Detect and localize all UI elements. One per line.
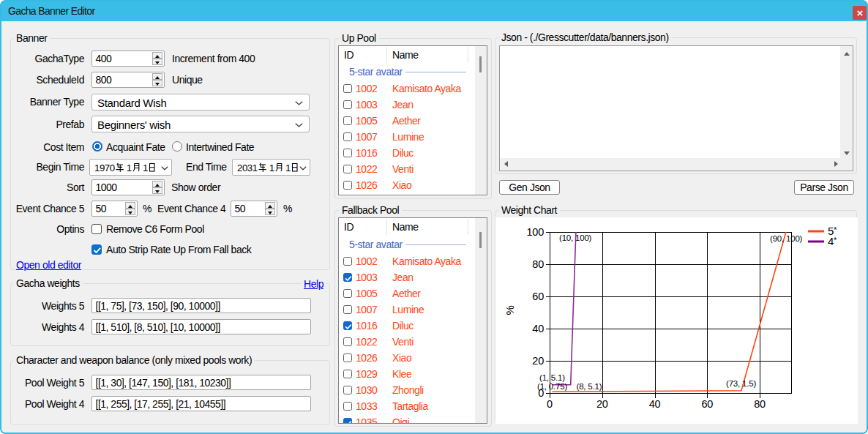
svg-text:80: 80 bbox=[532, 258, 544, 270]
svg-text:80: 80 bbox=[754, 398, 766, 410]
svg-text:(10, 100): (10, 100) bbox=[559, 233, 592, 242]
svg-text:60: 60 bbox=[532, 291, 544, 302]
svg-text:100: 100 bbox=[526, 226, 544, 238]
svg-text:20: 20 bbox=[532, 355, 544, 367]
svg-text:(1, 0.75): (1, 0.75) bbox=[537, 382, 567, 391]
svg-text:20: 20 bbox=[596, 398, 608, 410]
svg-text:0: 0 bbox=[547, 398, 553, 410]
svg-text:40: 40 bbox=[649, 398, 661, 410]
svg-text:%: % bbox=[504, 305, 516, 315]
svg-text:(73, 1.5): (73, 1.5) bbox=[726, 379, 756, 388]
svg-text:(90, 100): (90, 100) bbox=[770, 234, 803, 243]
svg-text:(8, 5.1): (8, 5.1) bbox=[577, 382, 602, 391]
svg-text:60: 60 bbox=[701, 398, 713, 410]
svg-text:(1, 5.1): (1, 5.1) bbox=[539, 373, 565, 382]
svg-text:4*: 4* bbox=[828, 235, 837, 247]
svg-text:40: 40 bbox=[532, 323, 544, 334]
